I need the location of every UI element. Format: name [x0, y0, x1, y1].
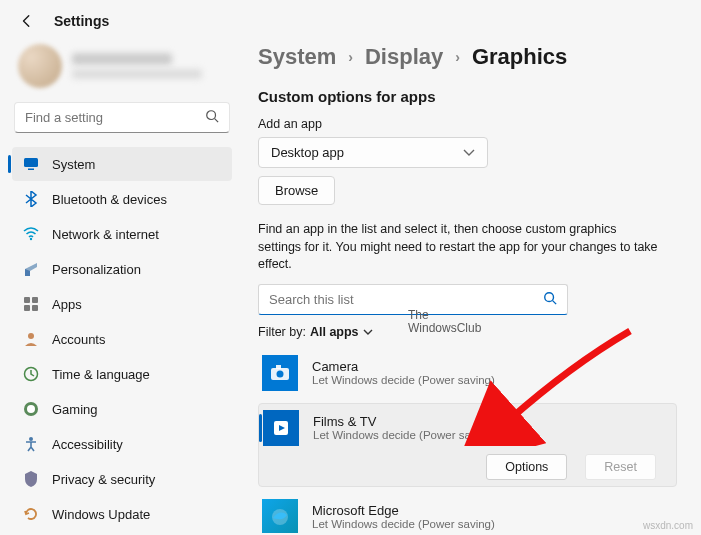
accounts-icon: [22, 330, 40, 348]
list-search[interactable]: [258, 284, 568, 315]
sidebar-item-label: Bluetooth & devices: [52, 192, 167, 207]
accessibility-icon: [22, 435, 40, 453]
app-name: Camera: [312, 359, 495, 374]
breadcrumb-graphics: Graphics: [472, 44, 567, 70]
app-title: Settings: [54, 13, 109, 29]
svg-rect-2: [24, 158, 38, 167]
app-subtitle: Let Windows decide (Power saving): [312, 374, 495, 386]
sidebar-item-label: Network & internet: [52, 227, 159, 242]
profile-email: [72, 69, 202, 79]
sidebar-item-apps[interactable]: Apps: [12, 287, 232, 321]
update-icon: [22, 505, 40, 523]
chevron-down-icon: [463, 145, 475, 160]
sidebar-item-accessibility[interactable]: Accessibility: [12, 427, 232, 461]
wifi-icon: [22, 225, 40, 243]
back-button[interactable]: [18, 12, 36, 30]
svg-rect-9: [32, 305, 38, 311]
sidebar-item-label: Time & language: [52, 367, 150, 382]
app-type-dropdown[interactable]: Desktop app: [258, 137, 488, 168]
sidebar-item-label: Privacy & security: [52, 472, 155, 487]
sidebar-item-label: Accessibility: [52, 437, 123, 452]
app-name: Microsoft Edge: [312, 503, 495, 518]
camera-icon: [262, 355, 298, 391]
svg-rect-3: [28, 169, 34, 171]
svg-point-10: [28, 333, 34, 339]
filter-value[interactable]: All apps: [310, 325, 359, 339]
source-mark: wsxdn.com: [643, 520, 693, 531]
sidebar-search[interactable]: [14, 102, 230, 133]
breadcrumb-display[interactable]: Display: [365, 44, 443, 70]
chevron-right-icon: ›: [348, 49, 353, 65]
app-row-films-tv[interactable]: Films & TV Let Windows decide (Power sav…: [258, 403, 677, 487]
sidebar-item-label: Accounts: [52, 332, 105, 347]
clock-icon: [22, 365, 40, 383]
avatar: [18, 44, 62, 88]
add-app-label: Add an app: [258, 117, 677, 131]
svg-point-0: [207, 111, 216, 120]
sidebar-item-personalization[interactable]: Personalization: [12, 252, 232, 286]
app-subtitle: Let Windows decide (Power saving): [313, 429, 496, 441]
gaming-icon: [22, 400, 40, 418]
search-icon: [205, 109, 219, 126]
sidebar-item-label: Windows Update: [52, 507, 150, 522]
dropdown-value: Desktop app: [271, 145, 344, 160]
sidebar-item-time[interactable]: Time & language: [12, 357, 232, 391]
search-icon: [543, 291, 557, 308]
svg-line-16: [553, 300, 557, 304]
chevron-right-icon: ›: [455, 49, 460, 65]
sidebar-item-label: System: [52, 157, 95, 172]
bluetooth-icon: [22, 190, 40, 208]
svg-rect-8: [24, 305, 30, 311]
svg-point-4: [30, 238, 32, 240]
options-button[interactable]: Options: [486, 454, 567, 480]
filter-label: Filter by:: [258, 325, 306, 339]
paint-icon: [22, 260, 40, 278]
search-input[interactable]: [25, 110, 205, 125]
app-subtitle: Let Windows decide (Power saving): [312, 518, 495, 530]
help-text: Find an app in the list and select it, t…: [258, 221, 658, 274]
sidebar-item-gaming[interactable]: Gaming: [12, 392, 232, 426]
edge-icon: [262, 499, 298, 534]
films-tv-icon: [263, 410, 299, 446]
sidebar-item-accounts[interactable]: Accounts: [12, 322, 232, 356]
shield-icon: [22, 470, 40, 488]
profile-block[interactable]: [12, 42, 240, 102]
svg-rect-7: [32, 297, 38, 303]
main-content: System › Display › Graphics Custom optio…: [240, 38, 701, 533]
svg-line-1: [215, 119, 219, 123]
section-title: Custom options for apps: [258, 88, 677, 105]
chevron-down-icon: [363, 325, 373, 339]
svg-rect-19: [276, 365, 281, 369]
sidebar-item-network[interactable]: Network & internet: [12, 217, 232, 251]
sidebar-item-label: Personalization: [52, 262, 141, 277]
sidebar-item-system[interactable]: System: [12, 147, 232, 181]
svg-point-13: [27, 405, 35, 413]
app-name: Films & TV: [313, 414, 496, 429]
svg-point-14: [29, 437, 33, 441]
sidebar: System Bluetooth & devices Network & int…: [0, 38, 240, 533]
apps-icon: [22, 295, 40, 313]
app-row-camera[interactable]: Camera Let Windows decide (Power saving): [258, 349, 677, 397]
sidebar-item-label: Apps: [52, 297, 82, 312]
list-search-input[interactable]: [269, 292, 543, 307]
sidebar-item-update[interactable]: Windows Update: [12, 497, 232, 531]
sidebar-item-privacy[interactable]: Privacy & security: [12, 462, 232, 496]
sidebar-item-label: Gaming: [52, 402, 98, 417]
reset-button[interactable]: Reset: [585, 454, 656, 480]
app-row-edge[interactable]: Microsoft Edge Let Windows decide (Power…: [258, 493, 677, 534]
breadcrumb: System › Display › Graphics: [258, 44, 677, 70]
svg-point-15: [545, 292, 554, 301]
browse-button[interactable]: Browse: [258, 176, 335, 205]
svg-rect-6: [24, 297, 30, 303]
system-icon: [22, 155, 40, 173]
sidebar-item-bluetooth[interactable]: Bluetooth & devices: [12, 182, 232, 216]
profile-name: [72, 53, 172, 65]
svg-point-18: [277, 370, 284, 377]
breadcrumb-system[interactable]: System: [258, 44, 336, 70]
